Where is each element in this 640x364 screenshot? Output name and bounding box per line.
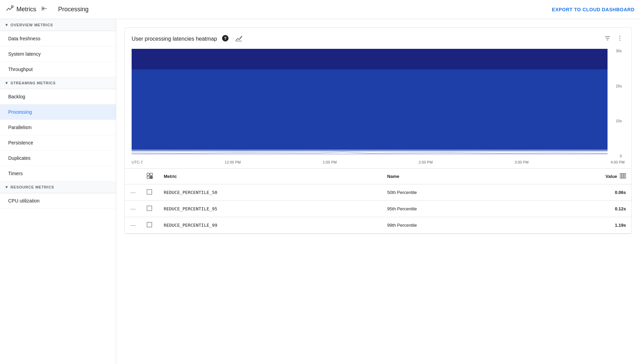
row-checkbox[interactable]: [147, 189, 152, 195]
sidebar-section-overview-label: OVERVIEW METRICS: [11, 23, 53, 27]
x-axis-label-200pm: 2:00 PM: [419, 160, 433, 164]
row-checkbox-cell[interactable]: [141, 217, 158, 234]
row-indicator: —: [125, 201, 141, 217]
main-content: User processing latencies heatmap ?: [116, 19, 640, 364]
table-row: — REDUCE_PERCENTILE_95 95th Percentile 0…: [125, 201, 631, 217]
sidebar-collapse-button[interactable]: [40, 4, 49, 15]
x-axis-label-100pm: 1:00 PM: [323, 160, 337, 164]
svg-point-7: [619, 38, 621, 39]
sidebar-section-streaming-label: STREAMING METRICS: [11, 81, 56, 85]
y-axis-label-10s: 10s: [616, 119, 622, 123]
chevron-down-icon: ▾: [5, 185, 8, 190]
sidebar-section-resource-label: RESOURCE METRICS: [11, 185, 54, 189]
svg-rect-9: [132, 49, 608, 69]
row-checkbox-cell[interactable]: [141, 201, 158, 217]
app-title: Metrics: [16, 6, 36, 13]
sidebar-item-data-freshness[interactable]: Data freshness: [0, 31, 116, 46]
sidebar-item-throughput[interactable]: Throughput: [0, 62, 116, 77]
chart-title: User processing latencies heatmap: [132, 36, 217, 42]
row-display-name: 50th Percentile: [382, 184, 523, 201]
chart-header: User processing latencies heatmap ?: [125, 28, 631, 49]
row-value: 0.06s: [522, 184, 631, 201]
table-row: — REDUCE_PERCENTILE_50 50th Percentile 0…: [125, 184, 631, 201]
columns-icon[interactable]: [620, 173, 626, 180]
x-axis-label-300pm: 3:00 PM: [515, 160, 529, 164]
table-header-row: Metric Name Value: [125, 169, 631, 184]
heatmap-wrapper: 30s 20s 10s 0: [132, 49, 625, 158]
metrics-table: Metric Name Value: [125, 168, 631, 234]
y-axis-label-0: 0: [620, 154, 622, 158]
metric-icon: [147, 175, 153, 180]
svg-point-6: [619, 36, 621, 37]
svg-rect-17: [620, 173, 622, 178]
row-metric-name: REDUCE_PERCENTILE_50: [158, 184, 382, 201]
th-metric: Metric: [158, 169, 382, 184]
sidebar-item-persistence[interactable]: Persistence: [0, 135, 116, 151]
chart-type-icon-button[interactable]: [234, 33, 244, 45]
heatmap-chart: [132, 49, 608, 158]
row-display-name: 95th Percentile: [382, 201, 523, 217]
page-title: Processing: [58, 6, 89, 13]
svg-rect-14: [150, 173, 152, 176]
th-value: Value: [522, 169, 631, 184]
chevron-down-icon: ▾: [5, 23, 8, 27]
svg-rect-13: [147, 173, 149, 176]
sidebar-item-duplicates[interactable]: Duplicates: [0, 151, 116, 166]
main-layout: ▾ OVERVIEW METRICS Data freshness System…: [0, 19, 640, 364]
sidebar-item-system-latency[interactable]: System latency: [0, 46, 116, 62]
sidebar-item-parallelism[interactable]: Parallelism: [0, 120, 116, 135]
svg-point-8: [619, 40, 621, 41]
sidebar-item-processing[interactable]: Processing: [0, 104, 116, 120]
svg-rect-18: [622, 173, 624, 178]
export-cloud-dashboard-button[interactable]: EXPORT TO CLOUD DASHBOARD: [552, 7, 635, 12]
table-row: — REDUCE_PERCENTILE_99 99th Percentile 1…: [125, 217, 631, 234]
row-value: 0.12s: [522, 201, 631, 217]
row-value: 1.19s: [522, 217, 631, 234]
sidebar-item-timers[interactable]: Timers: [0, 166, 116, 181]
row-checkbox[interactable]: [147, 222, 152, 227]
sidebar-item-cpu-utilization[interactable]: CPU utilization: [0, 193, 116, 209]
header-left: Metrics Processing: [5, 4, 89, 15]
help-icon-button[interactable]: ?: [221, 33, 230, 44]
sidebar-section-streaming: ▾ STREAMING METRICS: [0, 77, 116, 89]
row-checkbox[interactable]: [147, 206, 152, 211]
metrics-logo-icon: [5, 4, 14, 14]
row-indicator: —: [125, 184, 141, 201]
svg-rect-16: [150, 176, 152, 179]
svg-rect-15: [147, 176, 149, 179]
th-name: Name: [382, 169, 523, 184]
svg-text:?: ?: [224, 36, 227, 41]
more-options-button[interactable]: [615, 33, 625, 44]
sidebar-section-resource: ▾ RESOURCE METRICS: [0, 181, 116, 193]
app-logo: Metrics: [5, 4, 36, 14]
sidebar-item-backlog[interactable]: Backlog: [0, 89, 116, 104]
row-metric-name: REDUCE_PERCENTILE_95: [158, 201, 382, 217]
chevron-down-icon: ▾: [5, 81, 8, 85]
filter-icon-button[interactable]: [603, 33, 612, 44]
heatmap-card: User processing latencies heatmap ?: [124, 27, 632, 234]
chart-title-group: User processing latencies heatmap ?: [132, 33, 244, 45]
svg-rect-10: [132, 69, 608, 151]
heatmap-container: 30s 20s 10s 0 UTC-7 12:00 PM 1:00 PM 2:0…: [125, 49, 631, 168]
heatmap-y-axis: 30s 20s 10s 0: [608, 49, 625, 158]
y-axis-label-30s: 30s: [616, 49, 622, 53]
sidebar-section-overview: ▾ OVERVIEW METRICS: [0, 19, 116, 31]
x-axis-label-400pm: 4:00 PM: [611, 160, 625, 164]
heatmap-svg: [132, 49, 608, 158]
svg-rect-19: [624, 173, 626, 178]
th-checkbox: [141, 169, 158, 184]
row-checkbox-cell[interactable]: [141, 184, 158, 201]
sidebar: ▾ OVERVIEW METRICS Data freshness System…: [0, 19, 116, 364]
x-axis-label-utc7: UTC-7: [132, 160, 143, 164]
x-axis-label-1200pm: 12:00 PM: [225, 160, 241, 164]
th-indicator: [125, 169, 141, 184]
row-metric-name: REDUCE_PERCENTILE_99: [158, 217, 382, 234]
y-axis-label-20s: 20s: [616, 84, 622, 88]
svg-rect-11: [132, 150, 608, 152]
chart-actions: [603, 33, 625, 44]
row-display-name: 99th Percentile: [382, 217, 523, 234]
heatmap-x-axis: UTC-7 12:00 PM 1:00 PM 2:00 PM 3:00 PM 4…: [132, 158, 625, 164]
app-header: Metrics Processing EXPORT TO CLOUD DASHB…: [0, 0, 640, 19]
row-indicator: —: [125, 217, 141, 234]
